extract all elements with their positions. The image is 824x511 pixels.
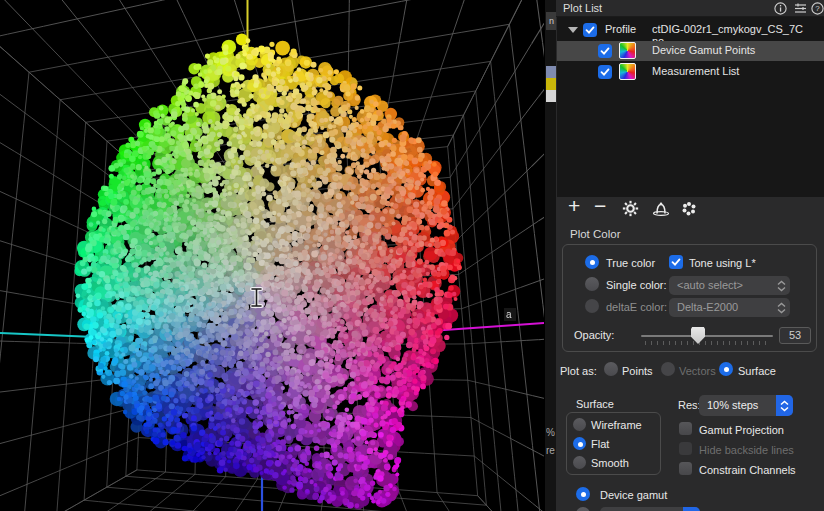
- row-label: Device Gamut Points: [652, 44, 755, 56]
- opacity-value-field[interactable]: 53: [779, 327, 811, 344]
- color-wheel-icon: [619, 42, 636, 59]
- single-color-value: <auto select>: [677, 279, 743, 291]
- constrain-channels-checkbox[interactable]: [679, 462, 692, 475]
- remove-button[interactable]: −: [594, 196, 606, 216]
- opacity-slider-track[interactable]: [641, 335, 773, 337]
- deltae-value: Delta-E2000: [677, 301, 738, 313]
- dropdown-stepper-icon: [773, 298, 790, 317]
- list-options-icon[interactable]: [794, 2, 807, 15]
- hide-backside-checkbox[interactable]: [679, 442, 692, 455]
- hide-backside-label: Hide backside lines: [699, 444, 794, 456]
- single-color-dropdown[interactable]: <auto select>: [669, 276, 790, 295]
- window-edge-strip: n % re: [544, 0, 556, 511]
- settings-gear-icon[interactable]: [622, 200, 639, 217]
- res-value: 10% steps: [707, 399, 758, 411]
- single-color-radio[interactable]: [585, 277, 599, 291]
- clipped-radio[interactable]: [576, 507, 590, 511]
- panel-header: Plot List ?: [556, 0, 824, 17]
- wireframe-radio[interactable]: [573, 418, 586, 431]
- plot-as-surface-label: Surface: [738, 365, 776, 377]
- surface-mode-group: Wireframe Flat Smooth: [566, 412, 661, 475]
- app-window: n % re Plot List ? Profi: [0, 0, 824, 511]
- surface-section-label: Surface: [576, 398, 614, 410]
- smooth-radio[interactable]: [573, 456, 586, 469]
- list-toolbar: + −: [556, 197, 824, 225]
- measurement-checkbox[interactable]: [598, 65, 612, 79]
- constrain-channels-label: Constrain Channels: [699, 464, 796, 476]
- svg-text:?: ?: [815, 4, 820, 13]
- plot-as-vectors-radio[interactable]: [661, 362, 675, 376]
- dropdown-stepper-icon: [773, 276, 790, 295]
- flat-label: Flat: [591, 438, 609, 450]
- row-label: Measurement List: [652, 65, 739, 77]
- single-color-label: Single color:: [606, 279, 667, 291]
- plot-list-panel: Plot List ? Profile ctDIG-002r1_cmykogv_…: [556, 0, 824, 511]
- wireframe-label: Wireframe: [591, 419, 642, 431]
- gamut-projection-checkbox[interactable]: [679, 422, 692, 435]
- tone-using-l-label: Tone using L*: [689, 257, 756, 269]
- plot-list: Profile ctDIG-002r1_cmykogv_CS_7C no... …: [557, 17, 824, 197]
- res-label: Res:: [678, 399, 701, 411]
- clipped-dropdown[interactable]: [600, 507, 700, 511]
- plot-as-points-radio[interactable]: [604, 362, 618, 376]
- res-dropdown[interactable]: 10% steps: [699, 395, 793, 416]
- dropdown-stepper-icon: [776, 395, 793, 416]
- profile-label: Profile: [605, 23, 636, 35]
- plot-as-vectors-label: Vectors: [679, 365, 716, 377]
- plot-as-surface-radio[interactable]: [719, 362, 733, 376]
- disclosure-triangle-icon[interactable]: [568, 27, 578, 33]
- deltae-color-label: deltaE color:: [606, 301, 667, 313]
- tone-using-l-checkbox[interactable]: [669, 255, 683, 269]
- plot-list-row-profile[interactable]: Profile ctDIG-002r1_cmykogv_CS_7C no...: [557, 20, 824, 40]
- true-color-label: True color: [606, 257, 655, 269]
- dropdown-stepper-icon: [683, 507, 700, 511]
- opacity-slider-ticks: [645, 341, 771, 345]
- panel-title: Plot List: [563, 2, 602, 14]
- device-gamut-checkbox[interactable]: [598, 44, 612, 58]
- info-icon[interactable]: [774, 2, 787, 15]
- plot-list-row-measurement[interactable]: Measurement List: [557, 62, 824, 82]
- color-wheel-icon: [619, 63, 636, 80]
- deltae-dropdown[interactable]: Delta-E2000: [669, 298, 790, 317]
- gamut-projection-label: Gamut Projection: [699, 424, 784, 436]
- clipped-color-swatch: [546, 66, 556, 102]
- opacity-label: Opacity:: [574, 329, 614, 341]
- plot-color-section-label: Plot Color: [570, 228, 621, 240]
- deltae-color-radio[interactable]: [585, 299, 599, 313]
- true-color-radio[interactable]: [585, 255, 599, 269]
- plot-as-points-label: Points: [622, 365, 653, 377]
- plot-color-group: True color Tone using L* Single color: <…: [562, 244, 817, 352]
- device-gamut-radio[interactable]: [576, 487, 590, 501]
- plot-as-label: Plot as:: [560, 365, 597, 377]
- flat-radio[interactable]: [573, 437, 586, 450]
- clipped-text-fragment: re: [546, 445, 556, 459]
- clipped-text-fragment: n: [546, 12, 556, 30]
- clipped-text-fragment: %: [546, 427, 556, 441]
- colors-cluster-icon[interactable]: [680, 200, 698, 217]
- smooth-label: Smooth: [591, 457, 629, 469]
- plot-list-row-device-gamut[interactable]: Device Gamut Points: [557, 41, 824, 61]
- device-gamut-label: Device gamut: [600, 489, 667, 501]
- measure-device-icon[interactable]: [652, 200, 670, 217]
- add-button[interactable]: +: [568, 196, 580, 216]
- gamut-3d-viewport[interactable]: [0, 0, 544, 511]
- help-icon[interactable]: ?: [811, 2, 824, 15]
- profile-checkbox[interactable]: [583, 23, 597, 37]
